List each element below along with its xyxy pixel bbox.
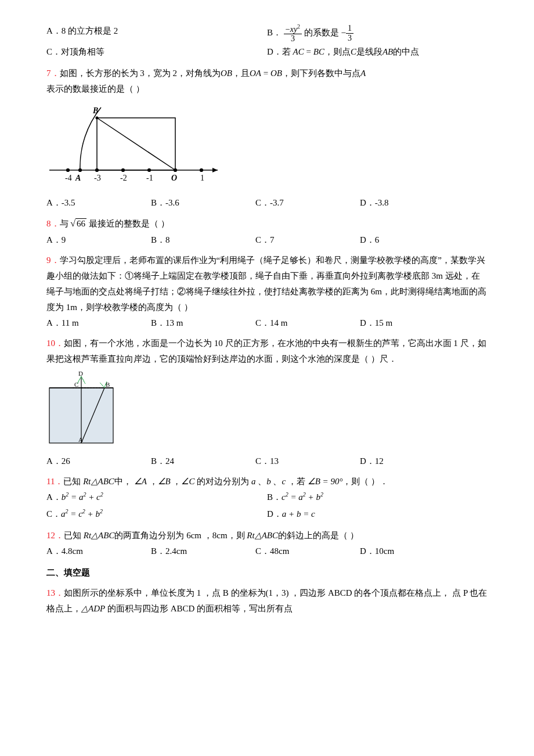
q-number: 11． [46,477,63,486]
q10: 10．如图，有一个水池，水面是一个边长为 10 尺的正方形，在水池的中央有一根新… [46,336,488,367]
q10-opt-b: B．24 [151,453,255,469]
var: ∠B [158,477,171,486]
t: 6 [375,235,380,244]
q6-opt-d: D．若 AC = BC，则点C是线段AB的中点 [267,44,488,60]
q11-opt-b: B．c2 = a2 + b2 [267,489,488,505]
l: A． [46,235,62,244]
l: D． [360,546,375,556]
t: -3.6 [165,198,179,207]
t: -3.7 [270,198,284,207]
q-text: 如图，有一个水池，水面是一个边长为 10 尺的正方形，在水池的中央有一根新生的芦… [46,339,486,363]
q-text: 的面积与四边形 ABCD 的面积相等，写出所有点 [105,604,293,613]
q-number: 7． [46,69,60,78]
q7-opt-d: D．-3.8 [360,195,464,211]
t: -3.5 [62,198,75,207]
t: 8 [165,235,170,244]
q9-opt-b: B．13 m [151,315,255,331]
t: 2.4cm [165,546,187,556]
t: 的斜边上的高是（ ） [278,531,359,540]
svg-text:B: B [92,106,98,115]
q7-opt-a: A．-3.5 [46,195,151,211]
l: A． [46,456,62,466]
number-line-diagram: -4 -3 -2 -1 1 A O B [46,100,226,188]
opt-label: C． [46,47,61,56]
q11-options: A．b2 = a2 + c2 B．c2 = a2 + b2 C．a2 = c2 … [46,489,488,523]
opt-label: A． [46,26,62,35]
var: OB [270,69,282,78]
fraction: −xy23 [284,23,302,43]
opt-label: D． [267,47,282,56]
l: B． [151,456,165,466]
q9-options: A．11 m B．13 m C．14 m D．15 m [46,315,488,331]
q-text: 如图，长方形的长为 3，宽为 2，对角线为 [60,69,221,78]
q10-options: A．26 B．24 C．13 D．12 [46,453,488,469]
svg-line-18 [97,118,175,170]
q6-opt-b: B． −xy23 的系数是 −13 [267,23,488,43]
q8-opt-b: B．8 [151,232,255,248]
q11-opt-a: A．b2 = a2 + c2 [46,489,267,505]
val: 6cm [186,531,201,540]
q6-opt-a: A．8 的立方根是 2 [46,23,267,43]
q10-opt-d: D．12 [360,453,464,469]
l: C． [255,546,270,556]
q11: 11．已知 Rt△ABC中， ∠A ，∠B ，∠C 的对边分别为 a 、b 、c… [46,474,488,489]
q7-figure: -4 -3 -2 -1 1 A O B [46,100,488,193]
l: B． [151,546,165,556]
t: 24 [165,456,174,466]
l: D． [360,456,375,466]
q6-options: A．8 的立方根是 2 B． −xy23 的系数是 −13 C．对顶角相等 D．… [46,23,488,61]
var: OA [250,69,261,78]
opt-label: B． [267,28,282,37]
q10-figure: D C B A [46,370,488,451]
q7-opt-b: B．-3.6 [151,195,255,211]
q12-opt-a: A．4.8cm [46,543,151,559]
l: A． [46,492,62,502]
var: Rt△ABC [84,531,115,540]
q-text: 学习勾股定理后，老师布置的课后作业为“利用绳子（绳子足够长）和卷尺，测量学校教学… [46,255,486,312]
l: D． [360,235,375,244]
q11-opt-d: D．a + b = c [267,506,488,522]
q6-opt-c: C．对顶角相等 [46,44,267,60]
var: A [360,69,366,78]
svg-text:A: A [78,436,83,443]
var: ∠A [134,477,147,486]
q8-opt-d: D．6 [360,232,464,248]
t: ，则点 [324,47,351,56]
l: C． [255,235,270,244]
svg-text:-4: -4 [65,174,72,182]
t: 的对边分别为 [197,477,249,486]
t: 4.8cm [62,546,83,556]
radicand: 66 [75,218,86,228]
l: D． [360,198,375,207]
l: B． [151,318,165,327]
svg-text:A: A [75,174,81,182]
t: 11 m [62,318,79,327]
q-number: 9． [46,255,60,265]
var: Rt△ABC [247,531,278,540]
opt-text: 对顶角相等 [61,47,104,56]
t: 的两直角边分别为 [114,531,184,540]
l: C． [255,456,270,466]
q12-options: A．4.8cm B．2.4cm C．48cm D．10cm [46,543,488,559]
q12: 12．已知 Rt△ABC的两直角边分别为 6cm ，8cm，则 Rt△ABC的斜… [46,528,488,543]
t: 26 [62,456,70,466]
t: 14 m [270,318,287,327]
t: 13 [270,456,279,466]
svg-text:-1: -1 [146,174,153,182]
pool-diagram: D C B A [46,370,116,446]
t: 12 [375,456,384,466]
var: Rt△ABC [83,477,114,486]
q7-options: A．-3.5 B．-3.6 C．-3.7 D．-3.8 [46,195,488,211]
t: 9 [62,235,66,244]
svg-text:B: B [106,381,110,388]
q7: 7．如图，长方形的长为 3，宽为 2，对角线为OB，且OA = OB，则下列各数… [46,66,488,97]
svg-text:-2: -2 [120,174,127,182]
var: △ADP [81,604,105,613]
t: 7 [270,235,275,244]
var: BC [313,47,324,56]
t: ，若 [288,477,305,486]
l: A． [46,546,62,556]
l: B． [151,235,165,244]
var: b [266,477,271,486]
l: B． [151,198,165,207]
